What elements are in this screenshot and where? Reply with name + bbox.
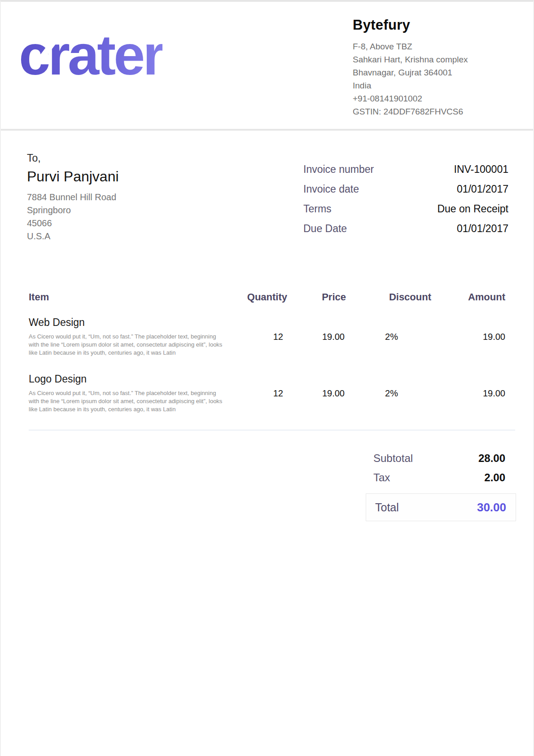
company-address-line: India [353, 79, 519, 92]
meta-row-terms: Terms Due on Receipt [303, 199, 508, 219]
total-label: Total [375, 501, 399, 514]
bill-to-block: To, Purvi Panjvani 7884 Bunnel Hill Road… [27, 152, 119, 243]
terms-value: Due on Receipt [437, 203, 508, 215]
item-name: Logo Design [29, 373, 233, 385]
bill-to-address-line: Springboro [27, 204, 119, 217]
total-value: 30.00 [477, 501, 506, 514]
column-header-price: Price [287, 291, 346, 303]
invoice-header: crater Bytefury F-8, Above TBZ Sahkari H… [1, 2, 533, 131]
bill-to-heading: To, [27, 152, 119, 164]
invoice-number-value: INV-100001 [454, 163, 508, 176]
item-description: As Cicero would put it, “Um, not so fast… [29, 333, 226, 357]
item-amount: 19.00 [431, 332, 505, 342]
company-name: Bytefury [353, 17, 519, 33]
company-gstin: GSTIN: 24DDF7682FHVCS6 [353, 105, 519, 118]
due-date-value: 01/01/2017 [457, 223, 508, 235]
invoice-meta: Invoice number INV-100001 Invoice date 0… [303, 159, 508, 238]
invoice-page: crater Bytefury F-8, Above TBZ Sahkari H… [0, 0, 534, 756]
subtotal-value: 28.00 [478, 452, 505, 465]
item-name: Web Design [29, 316, 233, 329]
item-row: Logo Design As Cicero would put it, “Um,… [29, 373, 505, 413]
due-date-label: Due Date [303, 223, 347, 235]
company-address-line: F-8, Above TBZ [353, 40, 519, 53]
meta-row-invoice-date: Invoice date 01/01/2017 [303, 179, 508, 199]
items-table: Item Quantity Price Discount Amount Web … [29, 291, 505, 413]
item-description: As Cicero would put it, “Um, not so fast… [29, 389, 226, 413]
invoice-date-value: 01/01/2017 [457, 183, 508, 195]
item-quantity: 12 [233, 332, 287, 342]
column-header-amount: Amount [431, 291, 505, 303]
subtotal-label: Subtotal [373, 452, 413, 465]
column-header-quantity: Quantity [233, 291, 287, 303]
item-cell: Logo Design As Cicero would put it, “Um,… [29, 373, 233, 413]
item-row: Web Design As Cicero would put it, “Um, … [29, 316, 505, 357]
company-address-line: Sahkari Hart, Krishna complex [353, 53, 519, 66]
item-price: 19.00 [287, 388, 346, 399]
company-address-line: Bhavnagar, Gujrat 364001 [353, 66, 519, 79]
totals-block: Subtotal 28.00 Tax 2.00 Total 30.00 [366, 448, 516, 521]
tax-label: Tax [373, 471, 390, 484]
items-divider [29, 430, 515, 431]
item-cell: Web Design As Cicero would put it, “Um, … [29, 316, 233, 357]
company-info: Bytefury F-8, Above TBZ Sahkari Hart, Kr… [353, 17, 519, 118]
item-discount: 2% [346, 388, 431, 399]
items-table-header: Item Quantity Price Discount Amount [29, 291, 505, 303]
item-quantity: 12 [233, 388, 287, 399]
invoice-date-label: Invoice date [303, 183, 359, 195]
item-discount: 2% [346, 332, 431, 342]
bill-to-address-line: U.S.A [27, 230, 119, 243]
subtotal-row: Subtotal 28.00 [366, 448, 516, 468]
meta-row-due-date: Due Date 01/01/2017 [303, 219, 508, 238]
company-phone: +91-08141901002 [353, 92, 519, 105]
bill-to-address-line: 7884 Bunnel Hill Road [27, 191, 119, 204]
item-price: 19.00 [287, 332, 346, 342]
tax-row: Tax 2.00 [366, 468, 516, 487]
total-box: Total 30.00 [366, 493, 516, 521]
terms-label: Terms [303, 203, 332, 215]
bill-to-address-line: 45066 [27, 217, 119, 230]
column-header-discount: Discount [346, 291, 431, 303]
bill-to-name: Purvi Panjvani [27, 168, 119, 185]
meta-row-invoice-number: Invoice number INV-100001 [303, 159, 508, 179]
item-amount: 19.00 [431, 388, 505, 399]
invoice-number-label: Invoice number [303, 163, 374, 176]
tax-value: 2.00 [484, 471, 505, 484]
address-meta-section: To, Purvi Panjvani 7884 Bunnel Hill Road… [1, 131, 533, 252]
column-header-item: Item [29, 291, 233, 303]
